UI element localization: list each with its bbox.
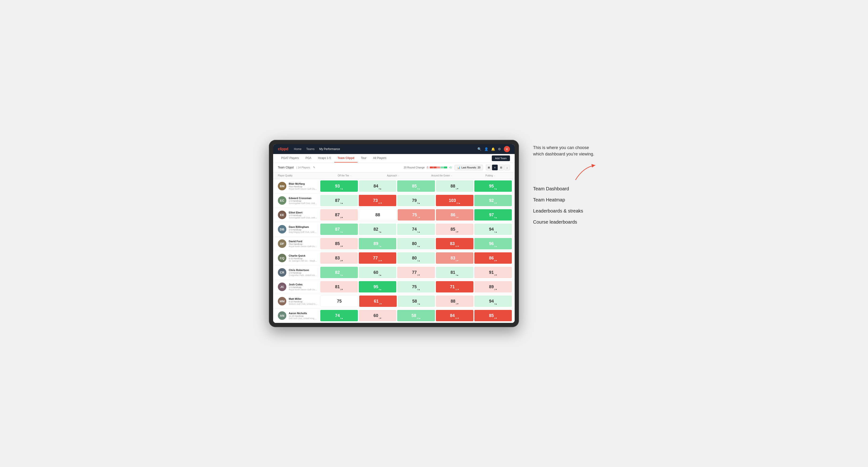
col-header-approach[interactable]: Approach [369, 173, 417, 179]
nav-icons: 🔍 👤 🔔 ⚙ U [477, 146, 510, 152]
player-info: JC Josh Coles 1-5 Handicap Royal North D… [273, 281, 320, 293]
player-name: David Ford [289, 240, 317, 243]
score-change: 1▲ [494, 231, 497, 233]
user-icon[interactable]: 👤 [484, 147, 488, 151]
sub-nav: PGAT Players PGA Hcaps 1-5 Team Clippd T… [273, 154, 515, 163]
col-header-putting[interactable]: Putting [466, 173, 515, 179]
round-change-neg: -5 [426, 166, 429, 169]
player-avatar: JC [278, 283, 286, 291]
player-info: AN Aaron Nicholls 11-15 Handicap Drift G… [273, 309, 320, 322]
bell-icon[interactable]: 🔔 [491, 147, 495, 151]
sub-nav-pga[interactable]: PGA [302, 154, 315, 162]
sub-nav-pgat[interactable]: PGAT Players [278, 154, 302, 162]
score-value: 87 [335, 198, 340, 203]
score-change: 1▲ [340, 202, 343, 204]
table-row[interactable]: MM Matt Miller 6-10 Handicap Woburn Golf… [273, 294, 515, 309]
last-rounds-button[interactable]: 📊 Last Rounds: 20 [455, 165, 483, 170]
table-row[interactable]: EC Edward Crossman 1-5 Handicap Sunningd… [273, 193, 515, 208]
col-header-off-tee[interactable]: Off the Tee [320, 173, 369, 179]
annotation-item-1: Team Heatmap [533, 194, 599, 206]
round-change-pos: +5 [448, 166, 452, 169]
scores-area: 748▲601▼5810▲8421▼854▼ [320, 309, 515, 323]
score-value: 97 [489, 213, 494, 217]
table-row[interactable]: AN Aaron Nicholls 11-15 Handicap Drift G… [273, 309, 515, 323]
sub-nav-tour[interactable]: Tour [358, 154, 370, 162]
score-value: 94 [489, 227, 494, 232]
arrow-svg [569, 160, 600, 183]
score-change: 4▲ [340, 231, 343, 233]
sub-nav-items: PGAT Players PGA Hcaps 1-5 Team Clippd T… [278, 154, 390, 162]
score-change: 1▲ [417, 231, 420, 233]
table-row[interactable]: CR Chris Robertson 1-5 Handicap Craigmil… [273, 266, 515, 280]
nav-teams[interactable]: Teams [306, 147, 314, 152]
grid-view-button[interactable]: ⊞ [486, 165, 492, 170]
table-row[interactable]: BM Blair McHarg Plus Handicap Royal Nort… [273, 179, 515, 193]
sub-nav-hcaps[interactable]: Hcaps 1-5 [315, 154, 334, 162]
col-header-player[interactable]: Player Quality [273, 173, 320, 179]
score-value: 82 [335, 270, 340, 275]
last-rounds-label: Last Rounds: [461, 166, 477, 169]
player-details: David Ford Plus Handicap Royal North Dev… [289, 240, 317, 248]
score-cell-around_green: 7111▼ [436, 281, 473, 292]
score-change: 15▲ [456, 202, 460, 204]
player-details: Aaron Nicholls 11-15 Handicap Drift Golf… [289, 312, 317, 319]
avatar[interactable]: U [504, 146, 510, 152]
player-details: Matt Miller 6-10 Handicap Woburn Golf Cl… [289, 298, 317, 305]
table-row[interactable]: DB Dave Billingham 1-5 Handicap Gog Mago… [273, 222, 515, 237]
score-value: 88 [451, 299, 456, 304]
annotation-item-3: Course leaderboards [533, 217, 599, 228]
score-cell-putting: 963▲ [474, 238, 512, 249]
heatmap-view-button[interactable]: ⊟ [498, 165, 504, 170]
player-handicap: Plus Handicap [289, 185, 317, 188]
edit-icon[interactable]: ✎ [313, 166, 315, 169]
score-change: 4▲ [417, 303, 420, 305]
nav-my-performance[interactable]: My Performance [319, 147, 340, 152]
score-cell-putting: 975▲ [474, 209, 512, 220]
score-cell-putting: 959▲ [474, 181, 512, 192]
col-header-around-green[interactable]: Around the Green [417, 173, 466, 179]
score-cell-putting: 892▼ [474, 281, 512, 292]
nav-home[interactable]: Home [294, 147, 302, 152]
score-change: 4▲ [379, 231, 382, 233]
player-club: St. George's Hill GC - Weybridge, Surrey… [289, 260, 317, 262]
player-info: CR Chris Robertson 1-5 Handicap Craigmil… [273, 266, 320, 279]
player-avatar: EC [278, 196, 286, 205]
player-club: Woburn Golf Club, United Kingdom [289, 303, 317, 305]
table-row[interactable]: DF David Ford Plus Handicap Royal North … [273, 237, 515, 251]
sub-nav-all-players[interactable]: All Players [370, 154, 390, 162]
score-change: 11▼ [455, 288, 459, 290]
table-header: Player Quality Off the Tee Approach Arou… [273, 173, 515, 179]
table-row[interactable]: JC Josh Coles 1-5 Handicap Royal North D… [273, 280, 515, 294]
table-row[interactable]: EE Elliot Ebert 1-5 Handicap Sunningdale… [273, 208, 515, 222]
logo[interactable]: clippd [278, 147, 288, 151]
score-value: 94 [489, 299, 494, 304]
score-value: 60 [374, 270, 378, 275]
score-change: 3▲ [494, 245, 497, 247]
score-value: 80 [412, 256, 417, 261]
player-handicap: 1-5 Handicap [289, 214, 317, 217]
score-value: 74 [412, 227, 417, 232]
player-club: Royal North Devon Golf Club, United King… [289, 188, 317, 190]
table-view-button[interactable]: ≡ [492, 165, 498, 170]
sub-nav-team-clippd[interactable]: Team Clippd [334, 154, 358, 162]
scores-area: 853▼897▲803▲8310▼963▲ [320, 237, 515, 251]
add-team-button[interactable]: Add Team [492, 155, 510, 161]
score-change: 8▲ [417, 188, 420, 190]
annotation-item-0: Team Dashboard [533, 183, 599, 194]
download-button[interactable]: ↓ [504, 165, 510, 170]
score-cell-player_quality: 871▲ [320, 195, 358, 206]
scores-area: 874▲824▲741▲853▼941▲ [320, 222, 515, 236]
score-value: 74 [335, 313, 340, 318]
settings-icon[interactable]: ⚙ [498, 147, 501, 151]
player-club: Gog Magog Golf Club, United Kingdom [289, 231, 317, 233]
player-club: Sunningdale Golf Club, United Kingdom [289, 217, 317, 219]
scores-area: 75613▼584▲882▼943▲ [320, 294, 515, 308]
table-row[interactable]: CQ Charlie Quick 6-10 Handicap St. Georg… [273, 251, 515, 266]
player-name: Aaron Nicholls [289, 312, 317, 315]
score-cell-off_tee: 958▲ [359, 281, 396, 292]
score-value: 75 [412, 284, 417, 289]
score-cell-approach: 752▲ [397, 281, 435, 292]
score-value: 81 [335, 284, 340, 289]
score-value: 83 [451, 256, 455, 261]
search-icon[interactable]: 🔍 [477, 147, 482, 151]
